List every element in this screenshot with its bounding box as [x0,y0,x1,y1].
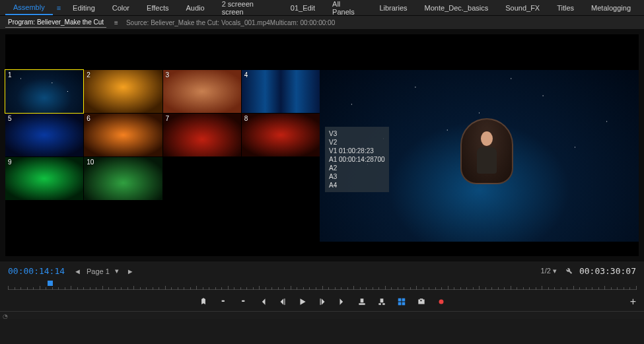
camera-number-label: 1 [8,71,12,79]
overlay-line: V2 [329,138,385,147]
button-editor-icon[interactable]: + [630,296,636,308]
goto-in-button[interactable] [258,296,268,307]
panel-menu-icon[interactable]: ≡ [114,19,118,26]
camera-number-label: 8 [244,115,248,122]
camera-angle-3[interactable]: 3 [163,70,241,113]
time-ruler[interactable] [8,281,636,292]
workspace-tab-titles[interactable]: Titles [549,1,582,15]
workspace-tab-soundfx[interactable]: Sound_FX [497,1,548,15]
export-frame-button[interactable] [416,296,427,307]
overlay-line: A2 [329,164,385,172]
workspace-tab-color[interactable]: Color [104,1,137,15]
workspace-tab-01edit[interactable]: 01_Edit [283,1,323,15]
status-bar: ◔ [0,311,644,319]
lift-button[interactable] [357,296,367,307]
extract-button[interactable] [376,296,387,307]
page-prev-icon[interactable]: ◄ [71,266,84,277]
workspace-tab-libraries[interactable]: Libraries [371,1,415,15]
camera-angle-empty [242,157,320,200]
playhead-indicator[interactable] [48,281,53,286]
workspace-tab-allpanels[interactable]: All Panels [324,0,370,18]
camera-angle-empty [163,157,241,200]
source-label: Source: Believer_Make the Cut: Vocals_00… [126,19,335,26]
camera-angle-5[interactable]: 5 [5,114,83,156]
program-panel-tab[interactable]: Program: Believer_Make the Cut [5,17,106,28]
camera-number-label: 9 [8,158,12,166]
program-panel-header: Program: Believer_Make the Cut ≡ Source:… [0,16,644,29]
workspace-tab-audio[interactable]: Audio [178,1,212,15]
camera-number-label: 7 [166,115,170,122]
camera-angle-9[interactable]: 9 [5,157,83,200]
timecode-bar: 00:00:14:14 ◄ Page 1 ▾ ► 1/2 ▾ 00:03:30:… [0,261,644,281]
page-dropdown-icon[interactable]: ▾ [112,265,122,277]
zoom-select[interactable]: 1/2 ▾ [541,267,557,275]
workspace-tab-editing[interactable]: Editing [65,1,103,15]
program-monitor: 12345678910 V3V2V1 01:00:28:23A1 00:00:1… [0,29,644,261]
mark-out-button[interactable] [238,296,248,307]
step-forward-button[interactable] [317,296,328,307]
camera-number-label: 3 [166,71,170,79]
camera-number-label: 6 [87,115,90,122]
program-output-view[interactable]: V3V2V1 01:00:28:23A1 00:00:14:28700A2A3A… [320,70,639,242]
overlay-line: V3 [329,129,385,138]
mark-in-button[interactable] [218,296,229,307]
duration-timecode: 00:03:30:07 [579,266,636,276]
camera-angle-6[interactable]: 6 [84,114,162,156]
camera-number-label: 2 [87,71,90,79]
camera-angle-7[interactable]: 7 [163,114,241,156]
page-next-icon[interactable]: ► [124,266,137,277]
workspace-menu-icon[interactable]: ≡ [54,4,63,12]
workspace-tab-metalog[interactable]: Metalogging [583,1,639,15]
overlay-line: A1 00:00:14:28700 [329,155,385,164]
svg-rect-1 [402,298,405,302]
workspace-tab-2screen[interactable]: 2 screeen screen [214,0,281,18]
camera-angle-1[interactable]: 1 [5,70,83,113]
svg-point-4 [439,300,443,304]
camera-angle-8[interactable]: 8 [242,114,320,156]
step-back-button[interactable] [277,296,288,307]
workspace-bar: Assembly ≡ Editing Color Effects Audio 2… [0,0,644,16]
status-icon: ◔ [0,312,11,320]
workspace-tab-assembly[interactable]: Assembly [5,1,53,15]
camera-angle-2[interactable]: 2 [84,70,162,113]
camera-angle-10[interactable]: 10 [84,157,162,200]
toggle-multicam-button[interactable] [396,296,407,307]
play-button[interactable] [297,296,308,307]
svg-rect-3 [402,302,405,306]
transport-controls: + [0,292,644,311]
svg-rect-0 [398,298,401,302]
camera-angle-4[interactable]: 4 [242,70,320,113]
multicam-record-button[interactable] [436,296,447,307]
workspace-tab-effects[interactable]: Effects [139,1,176,15]
settings-wrench-icon[interactable] [563,266,573,277]
overlay-line: A3 [329,172,385,181]
page-label[interactable]: Page 1 [87,267,110,275]
workspace-tab-monte[interactable]: Monte_Dec._basics [417,1,497,15]
camera-number-label: 10 [87,158,94,166]
multicam-grid: 12345678910 [5,70,320,256]
current-timecode[interactable]: 00:00:14:14 [8,266,65,276]
overlay-line: A4 [329,181,385,189]
goto-out-button[interactable] [337,296,347,307]
track-overlay: V3V2V1 01:00:28:23A1 00:00:14:28700A2A3A… [325,127,389,192]
overlay-line: V1 01:00:28:23 [329,147,385,155]
camera-number-label: 5 [8,115,12,122]
camera-number-label: 4 [244,71,248,79]
svg-rect-2 [398,302,401,306]
add-marker-button[interactable] [198,296,209,307]
